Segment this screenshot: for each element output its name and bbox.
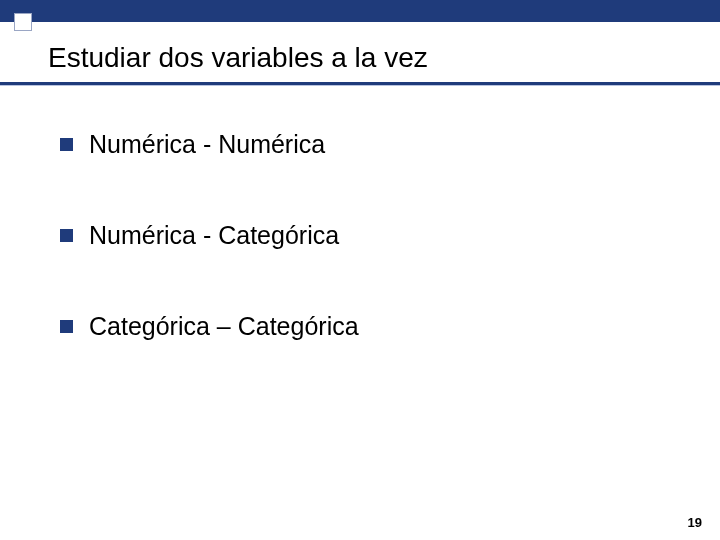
content-area: Numérica - Numérica Numérica - Categóric… bbox=[60, 130, 680, 403]
slide-accent-square bbox=[14, 13, 32, 31]
slide-title: Estudiar dos variables a la vez bbox=[48, 42, 428, 74]
list-item: Categórica – Categórica bbox=[60, 312, 680, 341]
list-item: Numérica - Numérica bbox=[60, 130, 680, 159]
list-item-label: Numérica - Numérica bbox=[89, 130, 325, 159]
list-item: Numérica - Categórica bbox=[60, 221, 680, 250]
list-item-label: Categórica – Categórica bbox=[89, 312, 359, 341]
bullet-icon bbox=[60, 320, 73, 333]
bullet-icon bbox=[60, 229, 73, 242]
bullet-icon bbox=[60, 138, 73, 151]
list-item-label: Numérica - Categórica bbox=[89, 221, 339, 250]
slide-top-bar bbox=[0, 0, 720, 22]
page-number: 19 bbox=[688, 515, 702, 530]
title-underline-light bbox=[0, 85, 720, 86]
